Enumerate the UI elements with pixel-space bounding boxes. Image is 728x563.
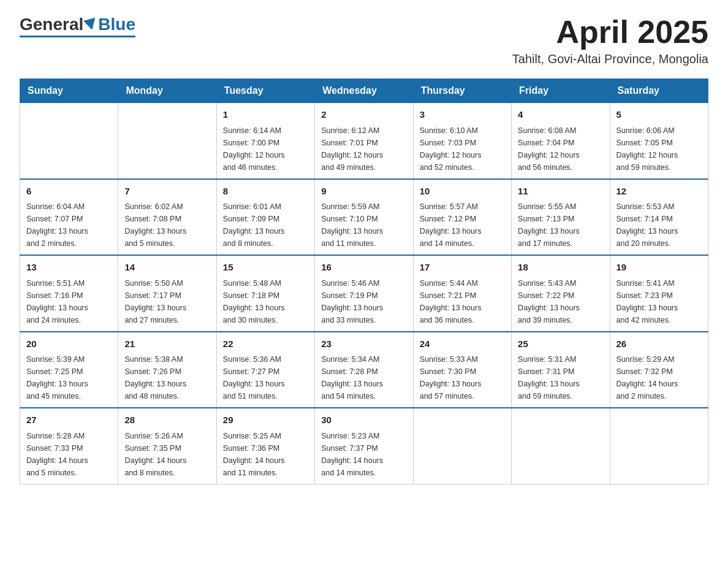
- day-number: 7: [124, 185, 210, 199]
- calendar-day-24: 24Sunrise: 5:33 AM Sunset: 7:30 PM Dayli…: [413, 332, 511, 408]
- logo-underline: [20, 36, 135, 37]
- day-number: 21: [124, 337, 210, 351]
- calendar-header-sunday: Sunday: [20, 79, 118, 103]
- day-info: Sunrise: 5:29 AM Sunset: 7:32 PM Dayligh…: [616, 353, 702, 402]
- calendar-day-13: 13Sunrise: 5:51 AM Sunset: 7:16 PM Dayli…: [20, 255, 118, 332]
- calendar-day-25: 25Sunrise: 5:31 AM Sunset: 7:31 PM Dayli…: [512, 332, 610, 408]
- day-number: 1: [223, 108, 308, 122]
- day-info: Sunrise: 6:14 AM Sunset: 7:00 PM Dayligh…: [223, 124, 308, 174]
- calendar-day-5: 5Sunrise: 6:06 AM Sunset: 7:05 PM Daylig…: [610, 103, 708, 179]
- day-number: 8: [223, 185, 308, 199]
- day-number: 22: [223, 337, 308, 351]
- day-number: 17: [420, 261, 505, 275]
- logo-general-text: General: [20, 15, 83, 34]
- calendar-day-8: 8Sunrise: 6:01 AM Sunset: 7:09 PM Daylig…: [216, 179, 314, 256]
- day-number: 10: [420, 185, 505, 199]
- day-number: 13: [26, 261, 112, 275]
- day-info: Sunrise: 5:31 AM Sunset: 7:31 PM Dayligh…: [518, 353, 603, 402]
- day-info: Sunrise: 5:41 AM Sunset: 7:23 PM Dayligh…: [616, 277, 702, 326]
- day-info: Sunrise: 5:57 AM Sunset: 7:12 PM Dayligh…: [420, 201, 505, 250]
- calendar-day-29: 29Sunrise: 5:25 AM Sunset: 7:36 PM Dayli…: [216, 408, 314, 484]
- day-info: Sunrise: 5:46 AM Sunset: 7:19 PM Dayligh…: [321, 277, 406, 326]
- day-number: 11: [518, 185, 603, 199]
- day-number: 23: [321, 337, 406, 351]
- page-subtitle: Tahilt, Govi-Altai Province, Mongolia: [512, 52, 708, 66]
- day-info: Sunrise: 5:34 AM Sunset: 7:28 PM Dayligh…: [321, 353, 406, 402]
- day-number: 20: [26, 337, 112, 351]
- day-info: Sunrise: 5:28 AM Sunset: 7:33 PM Dayligh…: [26, 430, 112, 479]
- day-info: Sunrise: 5:43 AM Sunset: 7:22 PM Dayligh…: [518, 277, 603, 326]
- day-info: Sunrise: 6:08 AM Sunset: 7:04 PM Dayligh…: [518, 124, 603, 174]
- day-number: 4: [518, 108, 603, 122]
- calendar-day-28: 28Sunrise: 5:26 AM Sunset: 7:35 PM Dayli…: [118, 408, 216, 484]
- calendar-header-saturday: Saturday: [610, 79, 708, 103]
- calendar-table: SundayMondayTuesdayWednesdayThursdayFrid…: [20, 79, 708, 484]
- day-info: Sunrise: 5:38 AM Sunset: 7:26 PM Dayligh…: [124, 353, 210, 402]
- calendar-header-friday: Friday: [512, 79, 610, 103]
- calendar-day-17: 17Sunrise: 5:44 AM Sunset: 7:21 PM Dayli…: [413, 255, 511, 332]
- day-number: 16: [321, 261, 406, 275]
- day-info: Sunrise: 6:04 AM Sunset: 7:07 PM Dayligh…: [26, 201, 112, 250]
- page-title: April 2025: [512, 15, 708, 50]
- day-number: 24: [420, 337, 505, 351]
- calendar-week-row: 20Sunrise: 5:39 AM Sunset: 7:25 PM Dayli…: [20, 332, 708, 408]
- day-info: Sunrise: 5:51 AM Sunset: 7:16 PM Dayligh…: [26, 277, 112, 326]
- day-number: 9: [321, 185, 406, 199]
- day-number: 30: [321, 413, 406, 427]
- day-number: 6: [26, 185, 112, 199]
- calendar-day-12: 12Sunrise: 5:53 AM Sunset: 7:14 PM Dayli…: [610, 179, 708, 256]
- day-number: 26: [616, 337, 702, 351]
- calendar-week-row: 1Sunrise: 6:14 AM Sunset: 7:00 PM Daylig…: [20, 103, 708, 179]
- calendar-day-1: 1Sunrise: 6:14 AM Sunset: 7:00 PM Daylig…: [216, 103, 314, 179]
- day-info: Sunrise: 5:44 AM Sunset: 7:21 PM Dayligh…: [420, 277, 505, 326]
- calendar-empty-cell: [20, 103, 118, 179]
- day-info: Sunrise: 5:59 AM Sunset: 7:10 PM Dayligh…: [321, 201, 406, 250]
- day-number: 18: [518, 261, 603, 275]
- calendar-empty-cell: [512, 408, 610, 484]
- calendar-day-23: 23Sunrise: 5:34 AM Sunset: 7:28 PM Dayli…: [315, 332, 413, 408]
- calendar-empty-cell: [118, 103, 216, 179]
- calendar-day-6: 6Sunrise: 6:04 AM Sunset: 7:07 PM Daylig…: [20, 179, 118, 256]
- calendar-day-4: 4Sunrise: 6:08 AM Sunset: 7:04 PM Daylig…: [512, 103, 610, 179]
- day-number: 29: [223, 413, 308, 427]
- day-info: Sunrise: 5:55 AM Sunset: 7:13 PM Dayligh…: [518, 201, 603, 250]
- day-info: Sunrise: 5:53 AM Sunset: 7:14 PM Dayligh…: [616, 201, 702, 250]
- calendar-day-20: 20Sunrise: 5:39 AM Sunset: 7:25 PM Dayli…: [20, 332, 118, 408]
- calendar-header-wednesday: Wednesday: [315, 79, 413, 103]
- calendar-day-14: 14Sunrise: 5:50 AM Sunset: 7:17 PM Dayli…: [118, 255, 216, 332]
- day-info: Sunrise: 6:02 AM Sunset: 7:08 PM Dayligh…: [124, 201, 210, 250]
- day-number: 19: [616, 261, 702, 275]
- day-info: Sunrise: 6:12 AM Sunset: 7:01 PM Dayligh…: [321, 124, 406, 174]
- calendar-day-2: 2Sunrise: 6:12 AM Sunset: 7:01 PM Daylig…: [315, 103, 413, 179]
- calendar-day-7: 7Sunrise: 6:02 AM Sunset: 7:08 PM Daylig…: [118, 179, 216, 256]
- calendar-day-15: 15Sunrise: 5:48 AM Sunset: 7:18 PM Dayli…: [216, 255, 314, 332]
- calendar-empty-cell: [610, 408, 708, 484]
- day-number: 2: [321, 108, 406, 122]
- logo-triangle-icon: [83, 18, 98, 32]
- calendar-day-19: 19Sunrise: 5:41 AM Sunset: 7:23 PM Dayli…: [610, 255, 708, 332]
- day-info: Sunrise: 5:25 AM Sunset: 7:36 PM Dayligh…: [223, 430, 308, 479]
- calendar-empty-cell: [413, 408, 511, 484]
- day-number: 28: [124, 413, 210, 427]
- day-info: Sunrise: 5:26 AM Sunset: 7:35 PM Dayligh…: [124, 430, 210, 479]
- page-header: General Blue April 2025 Tahilt, Govi-Alt…: [20, 15, 708, 66]
- day-number: 3: [420, 108, 505, 122]
- calendar-header-monday: Monday: [118, 79, 216, 103]
- calendar-day-18: 18Sunrise: 5:43 AM Sunset: 7:22 PM Dayli…: [512, 255, 610, 332]
- calendar-day-16: 16Sunrise: 5:46 AM Sunset: 7:19 PM Dayli…: [315, 255, 413, 332]
- day-info: Sunrise: 5:23 AM Sunset: 7:37 PM Dayligh…: [321, 430, 406, 479]
- calendar-week-row: 27Sunrise: 5:28 AM Sunset: 7:33 PM Dayli…: [20, 408, 708, 484]
- calendar-day-9: 9Sunrise: 5:59 AM Sunset: 7:10 PM Daylig…: [315, 179, 413, 256]
- day-info: Sunrise: 6:10 AM Sunset: 7:03 PM Dayligh…: [420, 124, 505, 174]
- calendar-header-thursday: Thursday: [413, 79, 511, 103]
- calendar-day-21: 21Sunrise: 5:38 AM Sunset: 7:26 PM Dayli…: [118, 332, 216, 408]
- day-info: Sunrise: 5:36 AM Sunset: 7:27 PM Dayligh…: [223, 353, 308, 402]
- day-info: Sunrise: 5:48 AM Sunset: 7:18 PM Dayligh…: [223, 277, 308, 326]
- calendar-day-10: 10Sunrise: 5:57 AM Sunset: 7:12 PM Dayli…: [413, 179, 511, 256]
- calendar-week-row: 13Sunrise: 5:51 AM Sunset: 7:16 PM Dayli…: [20, 255, 708, 332]
- day-number: 5: [616, 108, 702, 122]
- calendar-week-row: 6Sunrise: 6:04 AM Sunset: 7:07 PM Daylig…: [20, 179, 708, 256]
- day-number: 14: [124, 261, 210, 275]
- title-block: April 2025 Tahilt, Govi-Altai Province, …: [512, 15, 708, 66]
- day-info: Sunrise: 6:06 AM Sunset: 7:05 PM Dayligh…: [616, 124, 702, 174]
